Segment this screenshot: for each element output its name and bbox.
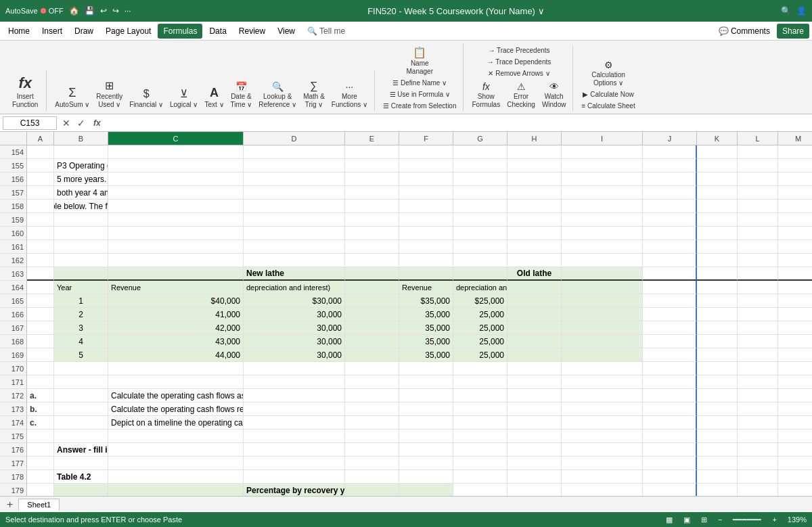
share-button[interactable]: Share — [777, 24, 809, 39]
table-cell[interactable] — [778, 430, 812, 443]
table-cell[interactable] — [562, 240, 643, 254]
table-cell[interactable] — [697, 294, 738, 308]
table-cell[interactable] — [345, 294, 399, 308]
table-cell[interactable] — [738, 348, 778, 362]
table-cell[interactable]: Calculate the operating cash flows assoc… — [108, 389, 244, 403]
table-cell[interactable]: 30,000 — [244, 348, 345, 362]
table-cell[interactable] — [453, 159, 508, 173]
more-functions-btn[interactable]: ··· More Functions ∨ — [329, 80, 370, 110]
menu-formulas[interactable]: Formulas — [158, 24, 202, 39]
table-cell[interactable] — [643, 321, 697, 335]
table-cell[interactable] — [244, 375, 345, 389]
table-cell[interactable] — [562, 416, 643, 430]
table-cell[interactable]: c. — [27, 416, 54, 430]
table-cell[interactable] — [508, 186, 562, 200]
table-cell[interactable]: 3 — [54, 321, 108, 335]
table-cell[interactable]: 30,000 — [244, 335, 345, 348]
table-cell[interactable] — [399, 403, 453, 416]
table-cell[interactable] — [508, 281, 562, 294]
col-header-c[interactable]: C — [108, 132, 244, 145]
table-cell[interactable] — [508, 348, 562, 362]
table-cell[interactable] — [738, 335, 778, 348]
table-cell[interactable]: 5 — [54, 348, 108, 362]
table-cell[interactable]: 35,000 — [399, 348, 453, 362]
financial-btn[interactable]: $ Financial ∨ — [127, 87, 166, 110]
table-cell[interactable] — [508, 484, 562, 497]
table-cell[interactable] — [108, 457, 244, 470]
table-cell[interactable] — [108, 145, 244, 159]
table-cell[interactable] — [562, 484, 643, 497]
table-cell[interactable] — [643, 159, 697, 173]
table-cell[interactable] — [27, 254, 54, 267]
table-cell[interactable] — [738, 173, 778, 186]
table-cell[interactable] — [562, 348, 643, 362]
table-cell[interactable] — [244, 213, 345, 227]
col-header-j[interactable]: J — [643, 132, 697, 145]
table-cell[interactable] — [738, 362, 778, 375]
table-cell[interactable] — [244, 254, 345, 267]
table-cell[interactable]: Depict on a timeline the operating cash … — [108, 416, 244, 430]
table-cell[interactable] — [345, 416, 399, 430]
table-cell[interactable] — [562, 227, 643, 240]
col-header-l[interactable]: L — [738, 132, 778, 145]
table-cell[interactable] — [108, 484, 244, 497]
table-cell[interactable] — [738, 227, 778, 240]
table-cell[interactable]: 43,000 — [108, 335, 244, 348]
table-cell[interactable] — [562, 173, 643, 186]
table-cell[interactable] — [345, 254, 399, 267]
table-cell[interactable] — [508, 389, 562, 403]
table-cell[interactable] — [697, 145, 738, 159]
table-cell[interactable] — [345, 267, 399, 281]
page-break-icon[interactable]: ⊞ — [701, 515, 707, 524]
table-cell[interactable] — [399, 159, 453, 173]
table-cell[interactable] — [108, 227, 244, 240]
table-cell[interactable] — [643, 335, 697, 348]
show-formulas-btn[interactable]: fx Show Formulas — [469, 80, 503, 110]
table-cell[interactable]: 4 — [54, 335, 108, 348]
table-cell[interactable] — [508, 145, 562, 159]
table-cell[interactable] — [508, 173, 562, 186]
table-cell[interactable]: 35,000 — [399, 308, 453, 321]
table-cell[interactable] — [453, 470, 508, 484]
table-cell[interactable] — [399, 484, 453, 497]
table-cell[interactable] — [345, 389, 399, 403]
table-cell[interactable] — [697, 470, 738, 484]
table-cell[interactable] — [643, 484, 697, 497]
table-cell[interactable] — [562, 145, 643, 159]
table-cell[interactable] — [738, 484, 778, 497]
table-cell[interactable] — [738, 321, 778, 335]
table-cell[interactable]: Calculate the operating cash flows resul… — [108, 403, 244, 416]
table-cell[interactable]: Year — [54, 281, 108, 294]
table-cell[interactable] — [27, 470, 54, 484]
col-header-a[interactable]: A — [27, 132, 54, 145]
table-cell[interactable] — [508, 416, 562, 430]
col-header-e[interactable]: E — [345, 132, 399, 145]
table-cell[interactable] — [697, 267, 738, 281]
table-cell[interactable] — [453, 254, 508, 267]
table-cell[interactable] — [108, 173, 244, 186]
table-cell[interactable] — [54, 240, 108, 254]
table-cell[interactable] — [345, 173, 399, 186]
table-cell[interactable] — [508, 159, 562, 173]
table-cell[interactable] — [562, 457, 643, 470]
table-cell[interactable] — [508, 362, 562, 375]
table-cell[interactable] — [508, 213, 562, 227]
table-cell[interactable] — [453, 145, 508, 159]
table-cell[interactable] — [345, 403, 399, 416]
table-cell[interactable] — [562, 389, 643, 403]
table-cell[interactable] — [697, 227, 738, 240]
table-cell[interactable]: 1 — [54, 294, 108, 308]
table-cell[interactable] — [345, 457, 399, 470]
menu-view[interactable]: View — [272, 24, 300, 39]
table-cell[interactable] — [54, 484, 108, 497]
table-cell[interactable] — [697, 281, 738, 294]
table-cell[interactable] — [643, 281, 697, 294]
table-cell[interactable] — [399, 145, 453, 159]
table-cell[interactable] — [778, 294, 812, 308]
table-cell[interactable] — [54, 389, 108, 403]
table-cell[interactable]: 2 — [54, 308, 108, 321]
table-cell[interactable] — [244, 457, 345, 470]
table-cell[interactable] — [697, 389, 738, 403]
table-cell[interactable] — [562, 213, 643, 227]
table-cell[interactable] — [345, 200, 399, 213]
